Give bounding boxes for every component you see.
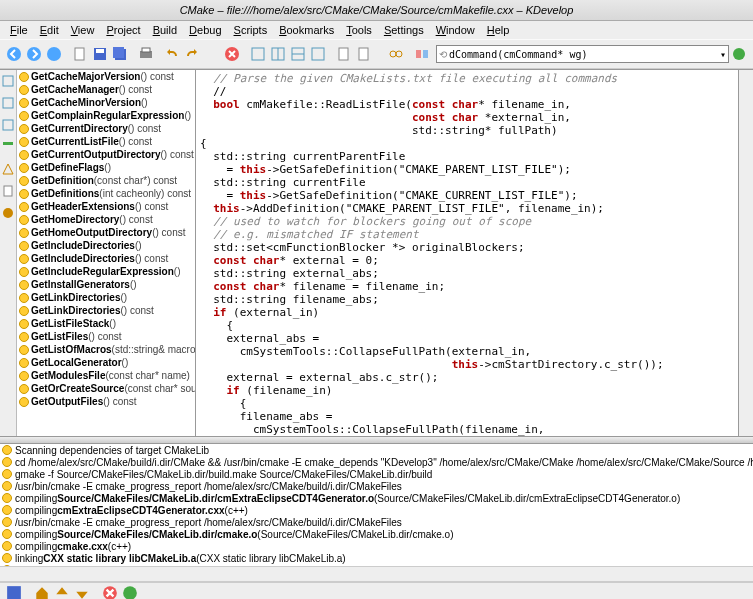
svg-point-0 xyxy=(7,47,21,61)
b-up-icon[interactable] xyxy=(54,585,70,599)
svg-rect-26 xyxy=(3,120,13,130)
toolbar-main: ⟲dCommand(cmCommand* wg)▾ xyxy=(0,39,753,69)
output-line[interactable]: cd /home/alex/src/CMake/build/i.dir/CMak… xyxy=(0,456,753,468)
menu-help[interactable]: Help xyxy=(481,22,516,38)
b-ok-icon[interactable] xyxy=(122,585,138,599)
tree-item[interactable]: GetCurrentOutputDirectory() const xyxy=(17,148,195,161)
menubar: FileEditViewProjectBuildDebugScriptsBook… xyxy=(0,21,753,39)
tree-item[interactable]: GetOrCreateSource(const char* sourc xyxy=(17,382,195,395)
tree-item[interactable]: GetDefinitions(int cacheonly) const xyxy=(17,187,195,200)
output-line[interactable]: compiling Source/CMakeFiles/CMakeLib.dir… xyxy=(0,492,753,504)
tree-item[interactable]: GetIncludeDirectories() const xyxy=(17,252,195,265)
svg-rect-7 xyxy=(113,47,124,58)
save-icon[interactable] xyxy=(91,45,109,63)
save-all-icon[interactable] xyxy=(111,45,129,63)
redo-icon[interactable] xyxy=(183,45,201,63)
scrollbar-vertical[interactable] xyxy=(738,70,753,436)
output-line[interactable]: Scanning dependencies of target CMakeLib xyxy=(0,444,753,456)
tree-item[interactable]: GetOutputFiles() const xyxy=(17,395,195,408)
tree-item[interactable]: GetHomeOutputDirectory() const xyxy=(17,226,195,239)
tool-7-icon[interactable] xyxy=(1,206,15,220)
tree-item[interactable]: GetIncludeDirectories() xyxy=(17,239,195,252)
svg-rect-9 xyxy=(142,48,150,52)
tree-item[interactable]: GetComplainRegularExpression() xyxy=(17,109,195,122)
svg-rect-24 xyxy=(3,76,13,86)
tool-5-icon[interactable] xyxy=(1,162,15,176)
tree-item[interactable]: GetListFiles() const xyxy=(17,330,195,343)
menu-bookmarks[interactable]: Bookmarks xyxy=(273,22,340,38)
menu-view[interactable]: View xyxy=(65,22,101,38)
menu-build[interactable]: Build xyxy=(147,22,183,38)
svg-point-29 xyxy=(3,208,13,218)
tree-item[interactable]: GetLocalGenerator() xyxy=(17,356,195,369)
tree-item[interactable]: GetDefinition(const char*) const xyxy=(17,174,195,187)
output-line[interactable]: /usr/bin/cmake -E cmake_progress_report … xyxy=(0,516,753,528)
b-home-icon[interactable] xyxy=(34,585,50,599)
tree-item[interactable]: GetLinkDirectories() xyxy=(17,291,195,304)
menu-scripts[interactable]: Scripts xyxy=(228,22,274,38)
b-down-icon[interactable] xyxy=(74,585,90,599)
tool-3-icon[interactable] xyxy=(1,118,15,132)
output-line[interactable]: gmake -f Source/CMakeFiles/CMakeLib.dir/… xyxy=(0,468,753,480)
back-icon[interactable] xyxy=(5,45,23,63)
window-title: CMake – file:///home/alex/src/CMake/CMak… xyxy=(0,0,753,21)
tree-item[interactable]: GetModulesFile(const char* name) xyxy=(17,369,195,382)
tool-6-icon[interactable] xyxy=(1,184,15,198)
tool-1-icon[interactable] xyxy=(1,74,15,88)
svg-point-23 xyxy=(733,48,745,60)
reload-icon[interactable] xyxy=(45,45,63,63)
window-2-icon[interactable] xyxy=(269,45,287,63)
svg-point-1 xyxy=(27,47,41,61)
b-save-icon[interactable] xyxy=(6,585,22,599)
class-browser[interactable]: GetCacheMajorVersion() constGetCacheMana… xyxy=(17,70,196,436)
window-3-icon[interactable] xyxy=(289,45,307,63)
menu-edit[interactable]: Edit xyxy=(34,22,65,38)
tree-item[interactable]: GetCurrentDirectory() const xyxy=(17,122,195,135)
tree-item[interactable]: GetCacheMajorVersion() const xyxy=(17,70,195,83)
output-line[interactable]: compiling cmake.cxx (c++) xyxy=(0,540,753,552)
tree-item[interactable]: GetLinkDirectories() const xyxy=(17,304,195,317)
symbol-combo[interactable]: ⟲dCommand(cmCommand* wg)▾ xyxy=(436,45,729,63)
splitter-h[interactable] xyxy=(0,436,753,444)
run-icon[interactable] xyxy=(730,45,748,63)
menu-debug[interactable]: Debug xyxy=(183,22,227,38)
svg-rect-30 xyxy=(7,586,21,599)
doc2-icon[interactable] xyxy=(355,45,373,63)
class-icon[interactable] xyxy=(413,45,431,63)
svg-rect-28 xyxy=(4,186,12,196)
output-line[interactable]: compiling cmExtraEclipseCDT4Generator.cx… xyxy=(0,504,753,516)
link-icon[interactable] xyxy=(387,45,405,63)
tree-item[interactable]: GetCacheMinorVersion() xyxy=(17,96,195,109)
b-close-icon[interactable] xyxy=(102,585,118,599)
output-line[interactable]: linking CXX static library libCMakeLib.a… xyxy=(0,552,753,564)
undo-icon[interactable] xyxy=(163,45,181,63)
menu-window[interactable]: Window xyxy=(430,22,481,38)
print-icon[interactable] xyxy=(137,45,155,63)
tree-item[interactable]: GetHeaderExtensions() const xyxy=(17,200,195,213)
tree-item[interactable]: GetDefineFlags() xyxy=(17,161,195,174)
output-panel[interactable]: Scanning dependencies of target CMakeLib… xyxy=(0,444,753,566)
tree-item[interactable]: GetListOfMacros(std::string& macros xyxy=(17,343,195,356)
tree-item[interactable]: GetIncludeRegularExpression() xyxy=(17,265,195,278)
code-editor[interactable]: // Parse the given CMakeLists.txt file e… xyxy=(196,70,738,436)
menu-tools[interactable]: Tools xyxy=(340,22,378,38)
menu-settings[interactable]: Settings xyxy=(378,22,430,38)
output-line[interactable]: compiling Source/CMakeFiles/CMakeLib.dir… xyxy=(0,528,753,540)
tool-2-icon[interactable] xyxy=(1,96,15,110)
output-line[interactable]: /usr/bin/cmake -E cmake_progress_report … xyxy=(0,480,753,492)
scrollbar-h[interactable] xyxy=(0,566,753,582)
tree-item[interactable]: GetListFileStack() xyxy=(17,317,195,330)
tree-item[interactable]: GetHomeDirectory() const xyxy=(17,213,195,226)
menu-project[interactable]: Project xyxy=(100,22,146,38)
tree-item[interactable]: GetInstallGenerators() xyxy=(17,278,195,291)
menu-file[interactable]: File xyxy=(4,22,34,38)
tree-item[interactable]: GetCacheManager() const xyxy=(17,83,195,96)
window-4-icon[interactable] xyxy=(309,45,327,63)
forward-icon[interactable] xyxy=(25,45,43,63)
tool-4-icon[interactable] xyxy=(1,140,15,154)
tree-item[interactable]: GetCurrentListFile() const xyxy=(17,135,195,148)
doc-icon[interactable] xyxy=(335,45,353,63)
window-1-icon[interactable] xyxy=(249,45,267,63)
new-icon[interactable] xyxy=(71,45,89,63)
stop-icon[interactable] xyxy=(223,45,241,63)
